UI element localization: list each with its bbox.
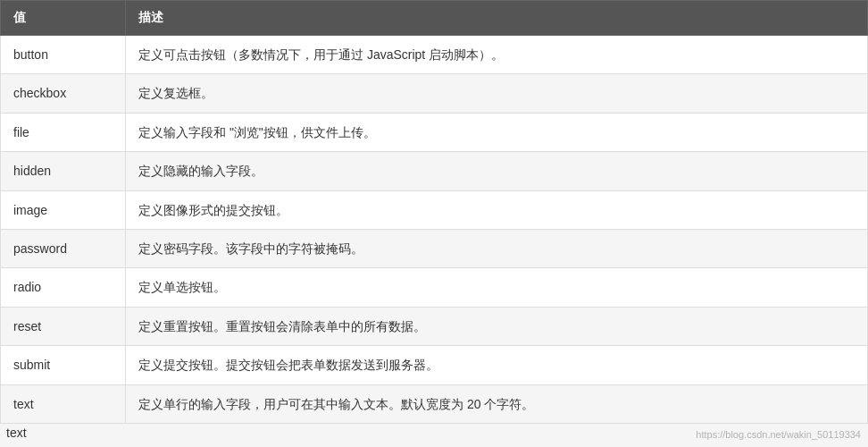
cell-description: 定义隐藏的输入字段。 [126, 152, 868, 190]
main-table: 值 描述 button定义可点击按钮（多数情况下，用于通过 JavaScript… [0, 0, 868, 424]
cell-description: 定义图像形式的提交按钮。 [126, 190, 868, 229]
table-body: button定义可点击按钮（多数情况下，用于通过 JavaScript 启动脚本… [1, 36, 868, 424]
table-row: radio定义单选按钮。 [1, 268, 868, 307]
col-value-header: 值 [1, 1, 126, 36]
cell-value: text [1, 384, 126, 423]
cell-value: checkbox [1, 74, 126, 113]
table-row: image定义图像形式的提交按钮。 [1, 190, 868, 229]
cell-value: password [1, 229, 126, 267]
table-header: 值 描述 [1, 1, 868, 36]
cell-value: image [1, 190, 126, 229]
cell-value: reset [1, 307, 126, 345]
bottom-text-label: text [6, 426, 27, 440]
cell-description: 定义单行的输入字段，用户可在其中输入文本。默认宽度为 20 个字符。 [126, 384, 868, 423]
table-row: reset定义重置按钮。重置按钮会清除表单中的所有数据。 [1, 307, 868, 345]
cell-description: 定义复选框。 [126, 74, 868, 113]
table-row: file定义输入字段和 "浏览"按钮，供文件上传。 [1, 113, 868, 151]
table-row: hidden定义隐藏的输入字段。 [1, 152, 868, 190]
watermark: https://blog.csdn.net/wakin_50119334 [696, 429, 861, 440]
table-row: text定义单行的输入字段，用户可在其中输入文本。默认宽度为 20 个字符。 [1, 384, 868, 423]
table-row: submit定义提交按钮。提交按钮会把表单数据发送到服务器。 [1, 346, 868, 384]
cell-description: 定义重置按钮。重置按钮会清除表单中的所有数据。 [126, 307, 868, 345]
cell-description: 定义单选按钮。 [126, 268, 868, 307]
cell-value: submit [1, 346, 126, 384]
table-row: checkbox定义复选框。 [1, 74, 868, 113]
cell-description: 定义可点击按钮（多数情况下，用于通过 JavaScript 启动脚本）。 [126, 36, 868, 74]
cell-value: file [1, 113, 126, 151]
cell-value: button [1, 36, 126, 74]
col-desc-header: 描述 [126, 1, 868, 36]
cell-description: 定义提交按钮。提交按钮会把表单数据发送到服务器。 [126, 346, 868, 384]
cell-value: radio [1, 268, 126, 307]
cell-description: 定义密码字段。该字段中的字符被掩码。 [126, 229, 868, 267]
table-row: password定义密码字段。该字段中的字符被掩码。 [1, 229, 868, 267]
table-row: button定义可点击按钮（多数情况下，用于通过 JavaScript 启动脚本… [1, 36, 868, 74]
cell-value: hidden [1, 152, 126, 190]
cell-description: 定义输入字段和 "浏览"按钮，供文件上传。 [126, 113, 868, 151]
